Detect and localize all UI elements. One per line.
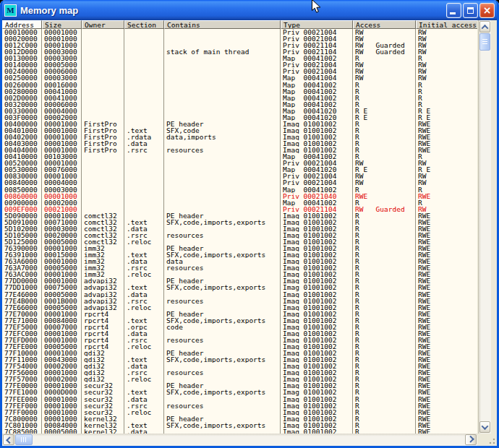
table-row[interactable]: 77E4B0000001B000advapi32.rsrcresourcesIm… <box>2 298 477 304</box>
title-bar[interactable]: M Memory map × <box>0 0 499 20</box>
table-row[interactable]: 77FE000000001000secur32PE headerImag 010… <box>2 382 477 389</box>
table-row[interactable]: 77EFC00000001000rpcrt4.dataImag 01001002… <box>2 330 477 337</box>
cell-type: Map 00041020 <box>281 108 353 114</box>
table-row[interactable]: 77F5600000001000gdi32.rsrcresourcesImag … <box>2 369 477 376</box>
table-row[interactable]: 77EF500000007000rpcrt4.orpccodeImag 0100… <box>2 324 477 330</box>
table-row[interactable]: 0033000000004000Map 00041020R ER E <box>2 108 477 114</box>
table-row[interactable]: 0014000000005000Priv 00021004RWRW <box>2 61 477 68</box>
table-row[interactable]: 763A700000005000imm32.rsrcresourcesImag … <box>2 264 477 271</box>
table-row[interactable]: 0040100000001000FirstPro.textSFX,codeIma… <box>2 127 477 134</box>
table-row[interactable]: 77F5400000002000gdi32.dataImag 01001002R… <box>2 363 477 369</box>
table-row[interactable]: 0052000000001000Priv 00021004RWRW <box>2 160 477 166</box>
table-row[interactable]: 0026000000016000Map 00041002RR <box>2 82 477 88</box>
table-row[interactable]: 0083000000001000Priv 00021004RWRW <box>2 173 477 179</box>
table-row[interactable]: 5D10500000020000comctl32.rsrcresourcesIm… <box>2 232 477 238</box>
table-row[interactable]: 0013000000003000Map 00041002RR <box>2 55 477 61</box>
table-row[interactable]: 0012C00000001000Priv 00021104RW GuardedR… <box>2 42 477 48</box>
cell-contains <box>164 55 281 61</box>
cell-access: R <box>353 134 416 140</box>
cell-owner: rpcrt4 <box>82 324 124 330</box>
cell-section <box>124 193 164 199</box>
column-header-size[interactable]: Size <box>42 20 82 29</box>
table-row[interactable]: 763AC00000001000imm32.relocImag 01001002… <box>2 271 477 277</box>
table-row[interactable]: 7639100000015000imm32.textSFX,code,impor… <box>2 251 477 258</box>
cell-access: RW Guarded <box>353 42 416 48</box>
cell-access: R <box>353 298 416 304</box>
table-row[interactable]: 77E4600000005000advapi32.dataImag 010010… <box>2 291 477 298</box>
cell-initial-access: R <box>416 95 477 101</box>
resize-grip-icon[interactable] <box>487 436 496 445</box>
table-row[interactable]: 0053000000076000Map 00041020R ER E <box>2 166 477 173</box>
column-header-contains[interactable]: Contains <box>164 20 281 29</box>
table-row[interactable]: 77E7000000001000rpcrt4PE headerImag 0100… <box>2 311 477 317</box>
cell-section: .rsrc <box>124 264 164 271</box>
table-row[interactable]: 0028000000041000Map 00041002RR <box>2 88 477 95</box>
cell-size: 00043000 <box>42 356 82 363</box>
table-row[interactable]: 77FE10000000D000secur32.textSFX,code,imp… <box>2 389 477 395</box>
maximize-button[interactable] <box>463 3 478 18</box>
table-row[interactable]: 77E7100000084000rpcrt4.textSFX,code,impo… <box>2 317 477 324</box>
table-row[interactable]: 77DD100000075000advapi32.textSFX,code,im… <box>2 284 477 290</box>
scroll-left-button[interactable] <box>3 434 14 445</box>
table-row[interactable]: 77F1100000043000gdi32.textSFX,code,impor… <box>2 356 477 363</box>
table-row[interactable]: 0040300000001000FirstPro.dataImag 010010… <box>2 140 477 147</box>
table-row[interactable]: 009EF00000021000Priv 00021104RW GuardedR… <box>2 206 477 212</box>
column-header-section[interactable]: Section <box>124 20 164 29</box>
cell-initial-access: RWE <box>416 337 477 343</box>
horizontal-scroll-thumb[interactable] <box>15 434 33 445</box>
column-header-owner[interactable]: Owner <box>82 20 124 29</box>
table-row[interactable]: 003F000000002000Map 00041020R ER E <box>2 114 477 121</box>
minimize-button[interactable] <box>446 3 461 18</box>
table-row[interactable]: 0041000000103000Map 00041002RR <box>2 153 477 160</box>
cell-type: Imag 01001002 <box>281 232 353 238</box>
table-row[interactable]: 77EFE00000005000rpcrt4.relocImag 0100100… <box>2 343 477 350</box>
table-row[interactable]: 0040400000001000FirstPro.rsrcresourcesIm… <box>2 147 477 153</box>
scroll-up-button[interactable] <box>479 21 490 33</box>
table-row[interactable]: 77E6600000005000advapi32.relocImag 01001… <box>2 304 477 311</box>
table-row[interactable]: 7C80000000001000kernel32PE headerImag 01… <box>2 415 477 422</box>
cell-initial-access: RWE <box>416 428 477 434</box>
column-header-address[interactable]: Address <box>2 20 42 29</box>
table-row[interactable]: 0040000000001000FirstProPE headerImag 01… <box>2 121 477 127</box>
table-row[interactable]: 0084000000004000Priv 00021004RWRW <box>2 179 477 186</box>
scroll-down-button[interactable] <box>479 421 490 433</box>
cell-owner <box>82 68 124 74</box>
table-row[interactable]: 5D10200000003000comctl32.dataImag 010010… <box>2 225 477 232</box>
table-row[interactable]: 0040200000001000FirstPro.rdatadata,impor… <box>2 134 477 140</box>
table-row[interactable]: 77F1000000001000gdi32PE headerImag 01001… <box>2 350 477 356</box>
column-header-type[interactable]: Type <box>281 20 353 29</box>
table-row[interactable]: 0085000000003000Map 00041002RR <box>2 186 477 193</box>
table-row[interactable]: 7C88500000005000kernel32.dataImag 010010… <box>2 428 477 434</box>
table-row[interactable]: 0001000000001000Priv 00021004RWRW <box>2 29 477 35</box>
table-row[interactable]: 5D09000000001000comctl32PE headerImag 01… <box>2 212 477 219</box>
vertical-scrollbar[interactable] <box>478 20 491 434</box>
cell-owner: advapi32 <box>82 298 124 304</box>
table-row[interactable]: 0024000000006000Priv 00021004RWRW <box>2 68 477 74</box>
table-row[interactable]: 002D000000041000Map 00041002RR <box>2 95 477 101</box>
cell-section: .text <box>124 251 164 258</box>
table-row[interactable]: 0086000000001000Priv 00021040RWERWE <box>2 193 477 199</box>
table-row[interactable]: 5D09100000071000comctl32.textSFX,code,im… <box>2 219 477 225</box>
horizontal-scrollbar[interactable] <box>2 434 477 446</box>
close-button[interactable]: × <box>479 3 495 18</box>
table-row[interactable]: 0002000000001000Priv 00021004RWRW <box>2 35 477 42</box>
table-row[interactable]: 77FEE00000001000secur32.dataImag 0100100… <box>2 396 477 402</box>
cell-section <box>124 68 164 74</box>
vertical-scroll-thumb[interactable] <box>479 33 490 51</box>
table-row[interactable]: 7639000000001000imm32PE headerImag 01001… <box>2 245 477 251</box>
table-row[interactable]: 0025000000003000Map 00041004RWRW <box>2 74 477 81</box>
table-row[interactable]: 763A600000001000imm32.datadataImag 01001… <box>2 258 477 264</box>
table-row[interactable]: 77EFD00000001000rpcrt4.rsrcresourcesImag… <box>2 337 477 343</box>
table-row[interactable]: 0032000000006000Map 00041002RR <box>2 101 477 108</box>
scroll-right-button[interactable] <box>465 434 477 445</box>
table-row[interactable]: 77F5700000002000gdi32.relocImag 01001002… <box>2 376 477 382</box>
table-row[interactable]: 77DD000000001000advapi32PE headerImag 01… <box>2 277 477 284</box>
table-row[interactable]: 77FEF00000001000secur32.rsrcresourcesIma… <box>2 402 477 409</box>
table-row[interactable]: 5D12500000005000comctl32.relocImag 01001… <box>2 238 477 245</box>
table-row[interactable]: 7C80100000084000kernel32.textSFX,code,im… <box>2 422 477 428</box>
table-row[interactable]: 77FF000000001000secur32.relocImag 010010… <box>2 409 477 415</box>
column-header-access[interactable]: Access <box>353 20 416 29</box>
column-header-initial-access[interactable]: Initial access <box>416 20 477 29</box>
table-row[interactable]: 0012D00000003000stack of main threadPriv… <box>2 48 477 55</box>
table-row[interactable]: 0090000000002000Map 00041002RR <box>2 199 477 206</box>
